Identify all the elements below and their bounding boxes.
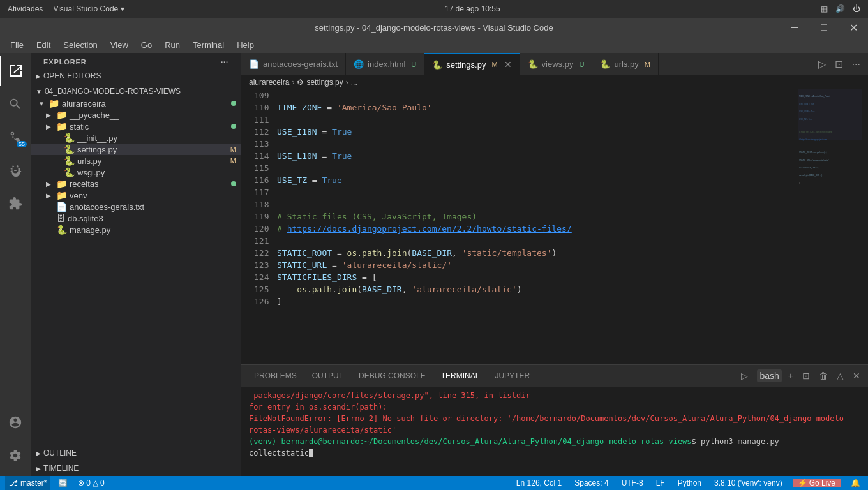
menu-view[interactable]: View xyxy=(105,39,133,51)
txt-icon-anotacoes: 📄 xyxy=(56,202,67,212)
bash-indicator: bash xyxy=(757,369,781,382)
activity-extensions[interactable] xyxy=(0,188,31,219)
menu-help[interactable]: Help xyxy=(232,39,259,51)
tab-icon-views: 🐍 xyxy=(528,59,538,69)
tab-anotacoes[interactable]: 📄 anotacoes-gerais.txt xyxy=(241,53,346,75)
python-version-label: 3.8.10 ('venv': venv) xyxy=(714,479,782,487)
activity-scm[interactable]: 55 xyxy=(0,122,31,152)
tree-item-urls[interactable]: 🐍 urls.py M xyxy=(31,155,241,167)
sync-button[interactable]: 🔄 xyxy=(56,479,70,487)
menu-run[interactable]: Run xyxy=(160,39,185,51)
tab-index[interactable]: 🌐 index.html U xyxy=(346,53,424,75)
terminal-run-icon[interactable]: ▷ xyxy=(738,369,751,382)
timeline-header[interactable]: ▶ TIMELINE xyxy=(31,462,241,475)
outline-header[interactable]: ▶ OUTLINE xyxy=(31,447,241,459)
split-editor-icon[interactable]: ⊡ xyxy=(832,57,846,71)
line-ending-indicator[interactable]: LF xyxy=(654,479,668,487)
tab-label-index: index.html xyxy=(368,59,405,69)
breadcrumb-alurareceira[interactable]: alurareceira xyxy=(249,78,289,87)
run-icon[interactable]: ▷ xyxy=(816,57,828,71)
language-indicator[interactable]: Python xyxy=(675,479,704,487)
network-icon: ▦ xyxy=(821,4,828,13)
terminal-add-icon[interactable]: + xyxy=(786,369,796,382)
breadcrumb-ellipsis[interactable]: ... xyxy=(351,78,357,87)
tree-item-init[interactable]: 🐍 __init__.py xyxy=(31,132,241,144)
sidebar-header: EXPLORER ··· xyxy=(31,53,241,68)
encoding-indicator[interactable]: UTF-8 xyxy=(619,479,646,487)
activity-settings[interactable] xyxy=(0,440,31,471)
git-branch[interactable]: ⎇ master* xyxy=(5,476,50,490)
python-version-indicator[interactable]: 3.8.10 ('venv': venv) xyxy=(712,479,785,487)
minimap: TIME_ZONE = 'America/Sao_Paulo' USE_I18N… xyxy=(798,89,862,364)
tab-debug-console[interactable]: DEBUG CONSOLE xyxy=(351,365,433,387)
tree-label-venv: venv xyxy=(70,191,241,200)
terminal-maximize-icon[interactable]: △ xyxy=(834,369,846,382)
tree-item-settings[interactable]: 🐍 settings.py M xyxy=(31,144,241,155)
maximize-button[interactable]: □ xyxy=(809,18,839,37)
breadcrumb-settings[interactable]: settings.py xyxy=(306,78,343,87)
spaces-label: Spaces: 4 xyxy=(574,479,608,487)
tree-item-db[interactable]: 🗄 db.sqlite3 xyxy=(31,212,241,224)
tab-problems[interactable]: PROBLEMS xyxy=(246,365,304,387)
terminal-close-icon[interactable]: ✕ xyxy=(850,369,863,382)
tree-label-receitas: receitas xyxy=(70,179,231,189)
activity-debug[interactable] xyxy=(0,155,31,186)
python-icon-manage: 🐍 xyxy=(56,225,67,235)
error-icon: ⊗ xyxy=(78,479,84,487)
more-actions-icon[interactable]: ··· xyxy=(849,57,863,71)
activity-account[interactable] xyxy=(0,407,31,438)
cursor-position[interactable]: Ln 126, Col 1 xyxy=(514,479,564,487)
explorer-more-icon[interactable]: ··· xyxy=(221,58,228,66)
tab-urls[interactable]: 🐍 urls.py M xyxy=(592,53,658,75)
menu-edit[interactable]: Edit xyxy=(31,39,56,51)
code-editor[interactable]: 109 110 111 112 113 114 115 116 117 118 … xyxy=(241,89,868,364)
terminal-content[interactable]: -packages/django/core/files/storage.py",… xyxy=(241,387,868,476)
timeline-section: ▶ TIMELINE xyxy=(31,461,241,476)
tab-icon-anotacoes: 📄 xyxy=(249,59,259,69)
go-live-button[interactable]: ⚡ Go Live xyxy=(793,479,841,487)
tab-close-settings[interactable]: ✕ xyxy=(504,59,512,70)
status-bar: ⎇ master* 🔄 ⊗ 0 △ 0 Ln 126, Col 1 Spaces… xyxy=(0,476,868,490)
terminal-split-icon[interactable]: ⊡ xyxy=(800,369,812,382)
code-content[interactable]: TIME_ZONE = 'America/Sao_Paulo' USE_I18N… xyxy=(274,89,798,364)
go-live-label: Go Live xyxy=(809,479,835,487)
svg-rect-12 xyxy=(798,89,862,140)
notification-icon[interactable]: 🔔 xyxy=(848,479,863,487)
terminal-area: PROBLEMS OUTPUT DEBUG CONSOLE TERMINAL J… xyxy=(241,364,868,476)
terminal-tabs: PROBLEMS OUTPUT DEBUG CONSOLE TERMINAL J… xyxy=(241,365,868,387)
tree-item-wsgi[interactable]: 🐍 wsgi.py xyxy=(31,167,241,178)
activity-explorer[interactable] xyxy=(0,56,31,86)
tree-item-pycache[interactable]: ▶ 📁 __pycache__ xyxy=(31,109,241,121)
close-button[interactable]: ✕ xyxy=(839,18,868,37)
activities-label[interactable]: Atividades xyxy=(8,4,43,13)
menu-terminal[interactable]: Terminal xyxy=(188,39,229,51)
folder-icon-static: 📁 xyxy=(56,121,67,131)
spaces-indicator[interactable]: Spaces: 4 xyxy=(572,479,611,487)
tree-item-static[interactable]: ▶ 📁 static xyxy=(31,121,241,132)
tab-output[interactable]: OUTPUT xyxy=(304,365,351,387)
menu-selection[interactable]: Selection xyxy=(58,39,102,51)
tree-item-receitas[interactable]: ▶ 📁 receitas xyxy=(31,178,241,189)
project-header[interactable]: ▼ 04_DJANGO-MODELO-ROTAS-VIEWS xyxy=(31,85,241,98)
menu-file[interactable]: File xyxy=(5,39,29,51)
open-editors-header[interactable]: ▶ OPEN EDITORS xyxy=(31,70,241,82)
timeline-arrow: ▶ xyxy=(36,465,41,472)
menu-go[interactable]: Go xyxy=(136,39,157,51)
tab-views[interactable]: 🐍 views.py U xyxy=(520,53,593,75)
errors-indicator[interactable]: ⊗ 0 △ 0 xyxy=(75,479,107,487)
minimize-button[interactable]: ─ xyxy=(780,18,809,37)
terminal-actions: ▷ bash + ⊡ 🗑 △ ✕ xyxy=(738,369,863,382)
tree-item-manage[interactable]: 🐍 manage.py xyxy=(31,224,241,235)
vertical-scrollbar[interactable] xyxy=(862,89,868,364)
tab-jupyter[interactable]: JUPYTER xyxy=(487,365,537,387)
os-bar-center: 17 de ago 10:55 xyxy=(445,4,500,13)
app-name-label[interactable]: Visual Studio Code ▾ xyxy=(53,4,124,13)
tab-settings[interactable]: 🐍 settings.py M ✕ xyxy=(424,53,520,75)
terminal-trash-icon[interactable]: 🗑 xyxy=(816,369,830,382)
activity-search[interactable] xyxy=(0,89,31,119)
tree-item-anotacoes[interactable]: 📄 anotacoes-gerais.txt xyxy=(31,201,241,212)
tree-label-alurareceira: alurareceira xyxy=(62,99,231,108)
tree-item-venv[interactable]: ▶ 📁 venv xyxy=(31,189,241,201)
tree-item-alurareceira[interactable]: ▼ 📁 alurareceira xyxy=(31,98,241,109)
tab-terminal[interactable]: TERMINAL xyxy=(433,365,488,387)
